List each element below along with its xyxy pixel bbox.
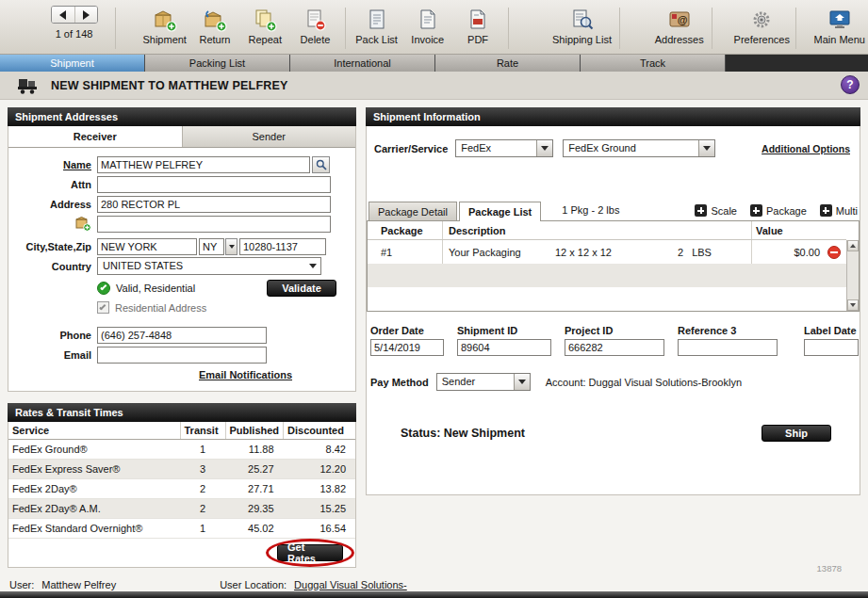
country-value: UNITED STATES	[98, 258, 304, 274]
user-location-link[interactable]: Duggal Visual Solutions-	[294, 579, 407, 590]
rate-row[interactable]: FedEx Standard Overnight® 1 45.02 16.54	[8, 519, 355, 539]
add-address-button[interactable]	[75, 216, 91, 232]
shipment-box-icon	[153, 7, 177, 32]
next-record-button[interactable]	[74, 7, 97, 23]
get-rates-button[interactable]: Get Rates	[277, 544, 343, 561]
toolbar-addresses-button[interactable]: @ Addresses	[651, 6, 707, 45]
reference3-input[interactable]	[678, 339, 778, 356]
zip-input[interactable]	[239, 238, 326, 255]
scroll-up-button[interactable]	[847, 240, 859, 251]
build-code: 13878	[817, 563, 842, 574]
add-scale-button[interactable]: Scale	[695, 204, 737, 217]
tab-track[interactable]: Track	[581, 55, 726, 72]
service-select[interactable]: FedEx Ground	[563, 139, 715, 157]
state-dropdown-button[interactable]	[225, 238, 237, 255]
address-line1-input[interactable]	[97, 196, 331, 213]
shipment-cart-icon	[17, 77, 41, 94]
package-table-header: Package Description Value	[368, 221, 846, 240]
tab-package-detail[interactable]: Package Detail	[368, 202, 457, 220]
package-number: #1	[368, 240, 443, 264]
remove-package-button[interactable]	[827, 246, 841, 259]
main-menu-monitor-icon	[827, 7, 852, 32]
city-input[interactable]	[97, 238, 197, 255]
package-description: Your Packaging	[449, 247, 555, 258]
residential-checkbox[interactable]	[97, 301, 109, 314]
receiver-name-input[interactable]	[97, 156, 310, 173]
toolbar-separator	[712, 8, 712, 49]
order-date-input[interactable]	[370, 339, 444, 356]
phone-input[interactable]	[97, 327, 267, 344]
email-label: Email	[12, 349, 97, 361]
name-label: Name	[12, 159, 97, 170]
additional-options-link[interactable]: Additional Options	[762, 143, 850, 154]
tab-rate[interactable]: Rate	[435, 55, 581, 72]
toolbar-separator	[619, 8, 620, 49]
pay-method-select[interactable]: Sender	[436, 373, 531, 391]
shipment-information-panel: Shipment Information Carrier/Service Fed…	[366, 107, 860, 495]
package-summary: 1 Pkg - 2 lbs	[562, 204, 619, 220]
toolbar-return-button[interactable]: Return	[189, 6, 239, 45]
tab-shipment[interactable]: Shipment	[0, 55, 145, 72]
col-discounted: Discounted	[284, 422, 355, 440]
tab-package-list[interactable]: Package List	[459, 202, 541, 221]
rates-title: Rates & Transit Times	[15, 407, 123, 418]
carrier-select[interactable]: FedEx	[455, 139, 553, 157]
package-table: Package Description Value #1 Your Packag…	[367, 221, 860, 312]
detail-fields-row: Order Date Shipment ID Project ID Refere…	[367, 325, 860, 356]
rate-row[interactable]: FedEx 2Day® 2 27.71 13.82	[8, 479, 355, 499]
prev-record-button[interactable]	[52, 7, 74, 23]
project-id-input[interactable]	[565, 339, 664, 356]
city-state-zip-label: City,State,Zip	[12, 241, 97, 252]
toolbar-pdf-button[interactable]: PDF	[452, 6, 502, 45]
address-tabs: Receiver Sender	[8, 126, 355, 148]
toolbar-preferences-button[interactable]: Preferences	[732, 6, 791, 45]
project-id-label: Project ID	[565, 325, 664, 336]
label-date-input[interactable]	[804, 339, 859, 356]
right-arrow-icon	[83, 10, 90, 20]
toolbar-invoice-button[interactable]: Invoice	[402, 6, 452, 45]
service-value: FedEx Ground	[564, 140, 698, 156]
package-value: $0.00	[794, 247, 820, 258]
shipment-information-title: Shipment Information	[373, 111, 481, 122]
address-book-icon: @	[667, 7, 692, 32]
toolbar-repeat-button[interactable]: Repeat	[240, 6, 290, 45]
toolbar-shipping-list-button[interactable]: Shipping List	[549, 6, 615, 45]
package-row[interactable]: #1 Your Packaging 12 x 12 x 12 2 LBS $0.…	[368, 240, 846, 264]
rate-row[interactable]: FedEx Ground® 1 11.88 8.42	[8, 440, 355, 460]
toolbar-separator	[795, 8, 796, 49]
toolbar-pack-list-button[interactable]: Pack List	[351, 6, 402, 45]
email-input[interactable]	[97, 347, 267, 364]
col-description: Description	[443, 221, 752, 239]
rate-row[interactable]: FedEx Express Saver® 3 25.27 12.20	[8, 460, 355, 479]
add-package-button[interactable]: Package	[750, 204, 807, 217]
toolbar-main-menu-button[interactable]: Main Menu	[811, 6, 868, 45]
search-icon	[316, 159, 327, 170]
tab-international[interactable]: International	[290, 55, 435, 72]
account-text: Account: Duggal Visual Solutions-Brookly…	[546, 377, 742, 388]
toolbar-delete-button[interactable]: Delete	[290, 6, 340, 45]
package-dimensions: 12 x 12 x 12	[555, 247, 678, 258]
carrier-value: FedEx	[456, 140, 536, 156]
attn-input[interactable]	[97, 176, 331, 193]
country-select[interactable]: UNITED STATES	[97, 257, 321, 275]
shipment-id-input[interactable]	[457, 339, 551, 356]
state-input[interactable]	[199, 238, 224, 255]
page-title: NEW SHIPMENT TO MATTHEW PELFREY	[51, 79, 288, 92]
tab-packing-list[interactable]: Packing List	[145, 55, 290, 72]
tab-sender[interactable]: Sender	[183, 126, 356, 147]
toolbar-return-label: Return	[199, 34, 230, 45]
add-address-icon	[75, 216, 91, 232]
address-line2-input[interactable]	[97, 216, 331, 233]
email-notifications-link[interactable]: Email Notifications	[199, 369, 292, 380]
toolbar-shipment-button[interactable]: Shipment	[139, 6, 189, 45]
ship-button[interactable]: Ship	[762, 425, 831, 442]
help-button[interactable]: ?	[841, 75, 860, 94]
package-table-scrollbar[interactable]	[846, 240, 859, 311]
address-lookup-button[interactable]	[312, 156, 330, 173]
tab-receiver[interactable]: Receiver	[8, 126, 183, 147]
add-multi-button[interactable]: Multi	[820, 204, 858, 217]
scroll-down-button[interactable]	[847, 299, 859, 311]
rate-row[interactable]: FedEx 2Day® A.M. 2 29.35 15.25	[8, 499, 355, 519]
validate-button[interactable]: Validate	[267, 280, 336, 297]
toolbar-preferences-label: Preferences	[734, 34, 790, 45]
